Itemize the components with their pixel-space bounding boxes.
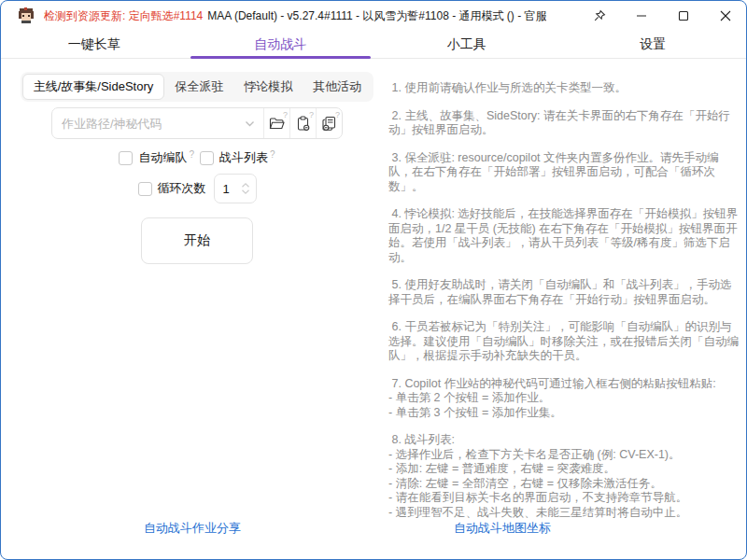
close-icon (720, 10, 731, 21)
tab-auto-combat-label: 自动战斗 (254, 36, 306, 53)
stage-tab-other-events[interactable]: 其他活动 (303, 74, 372, 100)
minimize-icon (636, 10, 647, 21)
instruction-6: 6. 干员若被标记为「特别关注」，可能影响「自动编队」的识别与选择。建议使用「自… (388, 320, 740, 364)
instruction-1: 1. 使用前请确认作业与所选的关卡类型一致。 (388, 81, 740, 96)
loop-count-stepper[interactable]: 1 (214, 174, 257, 203)
battle-list-hint: ? (270, 149, 275, 160)
copilot-share-link[interactable]: 自动战斗作业分享 (144, 520, 241, 537)
instruction-8: 8. 战斗列表: - 选择作业后，检查下方关卡名是否正确 (例: CV-EX-1… (388, 433, 740, 520)
title-bar: 检测到资源更新: 定向甄选#1114MAA (Default) - v5.27.… (1, 1, 746, 31)
stage-tab-paradox-simulation-label: 悖论模拟 (244, 78, 292, 95)
battle-list-checkbox[interactable] (200, 151, 214, 165)
loop-times-checkbox[interactable] (138, 182, 152, 196)
pin-icon (593, 9, 606, 22)
auto-squad-hint: ? (189, 149, 194, 160)
window-title: 检测到资源更新: 定向甄选#1114MAA (Default) - v5.27.… (44, 8, 546, 24)
pin-button[interactable] (578, 1, 620, 31)
tab-farming-label: 一键长草 (68, 36, 120, 53)
paste-task-hint: ? (309, 110, 314, 119)
maximize-icon (678, 10, 689, 21)
close-button[interactable] (704, 1, 746, 31)
resource-update-notice: 检测到资源更新: 定向甄选#1114 (44, 9, 203, 22)
auto-squad-option: 自动编队? (119, 149, 194, 166)
battle-list-label: 战斗列表? (219, 149, 275, 166)
tab-farming[interactable]: 一键长草 (1, 31, 188, 58)
app-avatar-icon (17, 7, 35, 25)
instruction-7: 7. Copilot 作业站的神秘代码可通过输入框右侧的粘贴按钮粘贴: - 单击… (388, 377, 740, 421)
start-button[interactable]: 开始 (141, 217, 253, 264)
auto-squad-checkbox[interactable] (119, 151, 133, 165)
stage-tab-paradox-protocol[interactable]: 保全派驻 (164, 74, 233, 100)
instruction-5: 5. 使用好友助战时，请关闭「自动编队」和「战斗列表」，手动选择干员后，在编队界… (388, 278, 740, 307)
minimize-button[interactable] (620, 1, 662, 31)
instruction-2: 2. 主线、故事集、SideStory: 请在关卡界面的右下角存在「开始行动」按… (388, 109, 740, 138)
instruction-4: 4. 悖论模拟: 选好技能后，在技能选择界面存在「开始模拟」按钮界面启动，1/2… (388, 207, 740, 265)
tab-settings[interactable]: 设置 (560, 31, 747, 58)
main-nav-tabs: 一键长草 自动战斗 小工具 设置 (1, 31, 746, 59)
stage-tab-mainline[interactable]: 主线/故事集/SideStory (22, 74, 165, 100)
job-path-input[interactable] (62, 117, 240, 131)
job-input-row: ? ? ? (51, 107, 343, 139)
window-title-text: MAA (Default) - v5.27.4#1111 - 以风雪为誓#110… (207, 9, 546, 22)
loop-count-value: 1 (223, 182, 240, 196)
stepper-updown-icon[interactable] (240, 182, 251, 195)
instructions-panel: 1. 使用前请确认作业与所选的关卡类型一致。 2. 主线、故事集、SideSto… (388, 81, 740, 533)
active-tab-underline (190, 56, 372, 59)
folder-hint: ? (283, 110, 288, 119)
tab-settings-label: 设置 (640, 36, 666, 53)
paste-task-button[interactable]: ? (289, 108, 316, 138)
maa-window: 检测到资源更新: 定向甄选#1114MAA (Default) - v5.27.… (0, 0, 747, 560)
auto-squad-label: 自动编队? (138, 149, 194, 166)
stage-tab-mainline-label: 主线/故事集/SideStory (34, 78, 154, 95)
paste-task-set-button[interactable]: ? (316, 108, 342, 138)
window-controls (578, 1, 746, 31)
instruction-3: 3. 保全派驻: resource/copilot 文件夹内置多份作业。请先手动… (388, 151, 740, 195)
job-input-wrap (52, 108, 263, 138)
paste-task-set-hint: ? (335, 110, 340, 119)
options-row-2: 循环次数 1 (18, 174, 376, 203)
loop-times-option: 循环次数 1 (138, 174, 257, 203)
tab-auto-combat[interactable]: 自动战斗 (188, 31, 374, 58)
tab-toolbox[interactable]: 小工具 (374, 31, 560, 58)
loop-times-label: 循环次数 (158, 180, 206, 197)
maximize-button[interactable] (662, 1, 704, 31)
battle-list-option: 战斗列表? (200, 149, 275, 166)
stage-type-tabs: 主线/故事集/SideStory 保全派驻 悖论模拟 其他活动 (21, 72, 374, 102)
chevron-down-icon[interactable] (244, 118, 256, 130)
stage-tab-paradox-protocol-label: 保全派驻 (175, 78, 223, 95)
open-folder-button[interactable]: ? (263, 108, 289, 138)
stage-tab-paradox-simulation[interactable]: 悖论模拟 (233, 74, 303, 100)
options-row-1: 自动编队? 战斗列表? (18, 149, 376, 166)
stage-tab-other-events-label: 其他活动 (313, 78, 361, 95)
combat-left-panel: 主线/故事集/SideStory 保全派驻 悖论模拟 其他活动 ? (18, 64, 376, 559)
map-coordinates-link[interactable]: 自动战斗地图坐标 (454, 520, 551, 537)
tab-toolbox-label: 小工具 (447, 36, 486, 53)
